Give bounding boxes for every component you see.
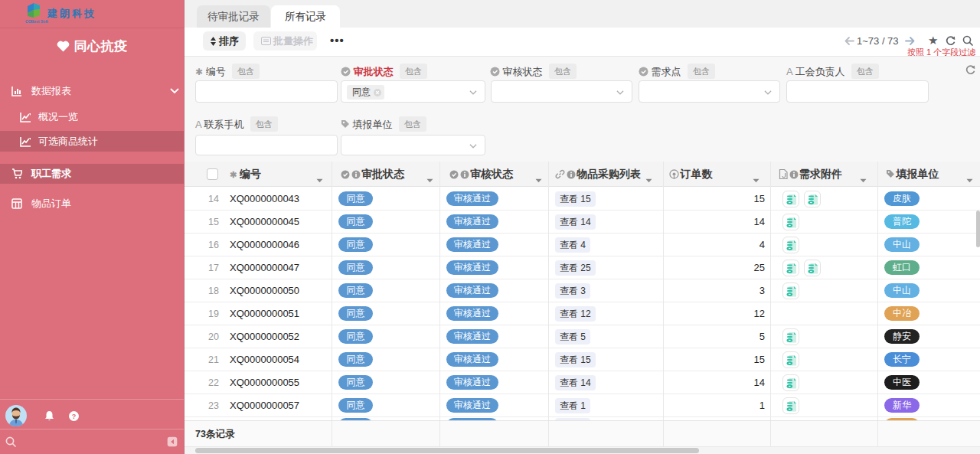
svg-text:?: ?	[72, 413, 77, 420]
